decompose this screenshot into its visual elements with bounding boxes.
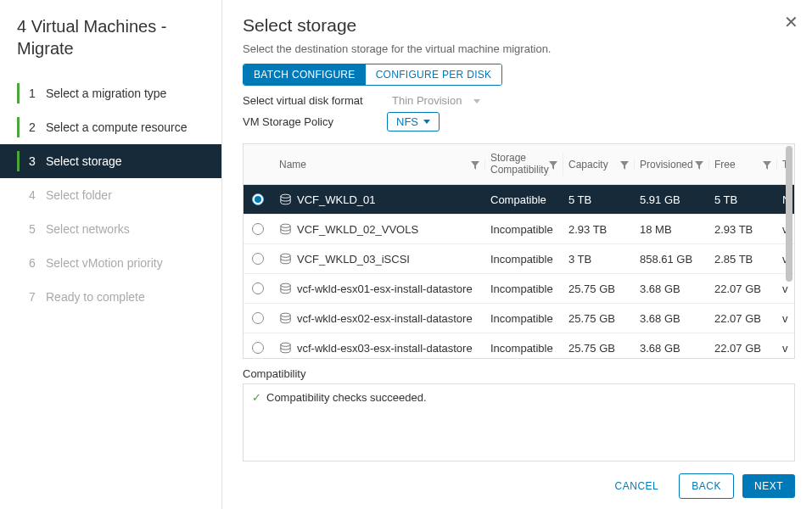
wizard-step-5: 5Select networks xyxy=(0,212,221,246)
cell-capacity: 25.75 GB xyxy=(568,282,615,295)
radio-button[interactable] xyxy=(252,193,264,205)
step-label: Select a compute resource xyxy=(46,120,188,134)
datastore-icon xyxy=(279,342,292,354)
datastore-icon xyxy=(279,253,292,265)
filter-icon[interactable] xyxy=(763,160,771,169)
cell-free: 2.93 TB xyxy=(714,223,753,236)
filter-icon[interactable] xyxy=(620,160,629,169)
vertical-scrollbar[interactable] xyxy=(786,146,792,282)
cell-free: 22.07 GB xyxy=(714,282,761,295)
tab-batch-configure[interactable]: BATCH CONFIGURE xyxy=(244,64,366,85)
storage-policy-label: VM Storage Policy xyxy=(243,115,387,128)
cell-free: 5 TB xyxy=(714,193,737,206)
datastore-name: vcf-wkld-esx03-esx-install-datastore xyxy=(297,342,473,355)
radio-button[interactable] xyxy=(252,342,264,354)
wizard-step-3[interactable]: 3Select storage xyxy=(0,144,221,178)
chevron-down-icon xyxy=(423,120,430,124)
step-label: Select storage xyxy=(46,154,122,168)
svg-point-1 xyxy=(281,224,290,227)
wizard-step-6: 6Select vMotion priority xyxy=(0,246,221,280)
radio-button[interactable] xyxy=(252,253,264,265)
table-row[interactable]: VCF_WKLD_02_VVOLSIncompatible2.93 TB18 M… xyxy=(244,215,794,244)
cell-compatibility: Incompatible xyxy=(490,223,553,236)
datastore-table: Name Storage Compatibility Capacity Prov… xyxy=(243,143,795,359)
cell-compatibility: Incompatible xyxy=(490,282,553,295)
header-capacity[interactable]: Capacity xyxy=(568,159,608,171)
page-title: Select storage xyxy=(243,15,795,36)
next-button[interactable]: NEXT xyxy=(742,474,795,498)
cell-provisioned: 18 MB xyxy=(640,223,672,236)
compatibility-message: Compatibility checks succeeded. xyxy=(266,391,427,404)
header-compatibility[interactable]: Storage Compatibility xyxy=(490,153,549,175)
disk-format-label: Select virtual disk format xyxy=(243,94,387,107)
svg-point-2 xyxy=(281,254,290,257)
cell-compatibility: Incompatible xyxy=(490,253,553,266)
radio-button[interactable] xyxy=(252,282,264,294)
cell-capacity: 2.93 TB xyxy=(568,223,607,236)
table-body: VCF_WKLD_01Compatible5 TB5.91 GB5 TBNVCF… xyxy=(244,185,794,359)
table-row[interactable]: VCF_WKLD_03_iSCSIIncompatible3 TB858.61 … xyxy=(244,244,794,274)
cell-capacity: 3 TB xyxy=(568,253,591,266)
cell-provisioned: 3.68 GB xyxy=(640,342,680,355)
step-number: 7 xyxy=(29,290,37,304)
cancel-button[interactable]: CANCEL xyxy=(603,474,671,498)
config-tabs: BATCH CONFIGURE CONFIGURE PER DISK xyxy=(243,64,795,86)
table-row[interactable]: VCF_WKLD_01Compatible5 TB5.91 GB5 TBN xyxy=(244,185,794,215)
cell-provisioned: 5.91 GB xyxy=(640,193,680,206)
wizard-steps: 1Select a migration type2Select a comput… xyxy=(0,71,221,314)
filter-icon[interactable] xyxy=(471,160,479,169)
step-label: Ready to complete xyxy=(46,290,145,304)
filter-icon[interactable] xyxy=(695,160,703,169)
table-header: Name Storage Compatibility Capacity Prov… xyxy=(244,144,794,185)
wizard-title: 4 Virtual Machines - Migrate xyxy=(0,15,221,71)
cell-free: 2.85 TB xyxy=(714,253,753,266)
header-provisioned[interactable]: Provisioned xyxy=(640,159,693,171)
step-label: Select vMotion priority xyxy=(46,256,163,270)
header-name[interactable]: Name xyxy=(279,159,306,171)
step-label: Select folder xyxy=(46,188,112,202)
page-description: Select the destination storage for the v… xyxy=(243,42,795,55)
chevron-down-icon xyxy=(473,99,480,103)
datastore-name: vcf-wkld-esx01-esx-install-datastore xyxy=(297,282,473,295)
wizard-sidebar: 4 Virtual Machines - Migrate 1Select a m… xyxy=(0,0,222,509)
wizard-step-2[interactable]: 2Select a compute resource xyxy=(0,110,221,144)
header-free[interactable]: Free xyxy=(714,159,736,171)
table-row[interactable]: vcf-wkld-esx02-esx-install-datastoreInco… xyxy=(244,304,794,333)
step-number: 4 xyxy=(29,188,37,202)
datastore-name: VCF_WKLD_02_VVOLS xyxy=(297,223,418,236)
step-number: 2 xyxy=(29,120,37,134)
step-number: 1 xyxy=(29,87,37,100)
step-label: Select networks xyxy=(46,222,130,236)
table-row[interactable]: vcf-wkld-esx01-esx-install-datastoreInco… xyxy=(244,274,794,304)
table-row[interactable]: vcf-wkld-esx03-esx-install-datastoreInco… xyxy=(244,333,794,359)
step-number: 5 xyxy=(29,222,37,236)
storage-policy-select[interactable]: NFS xyxy=(387,112,440,131)
cell-provisioned: 3.68 GB xyxy=(640,282,680,295)
cell-compatibility: Incompatible xyxy=(490,342,553,355)
check-icon: ✓ xyxy=(252,391,261,404)
wizard-step-7: 7Ready to complete xyxy=(0,280,221,314)
cell-provisioned: 858.61 GB xyxy=(640,253,692,266)
back-button[interactable]: BACK xyxy=(679,473,734,499)
datastore-name: VCF_WKLD_03_iSCSI xyxy=(297,253,410,266)
svg-point-4 xyxy=(281,313,290,316)
wizard-step-1[interactable]: 1Select a migration type xyxy=(0,76,221,110)
tab-configure-per-disk[interactable]: CONFIGURE PER DISK xyxy=(366,64,502,85)
cell-provisioned: 3.68 GB xyxy=(640,312,680,325)
step-label: Select a migration type xyxy=(46,87,166,100)
svg-point-0 xyxy=(281,194,290,198)
main-panel: ✕ Select storage Select the destination … xyxy=(222,0,812,509)
cell-capacity: 5 TB xyxy=(568,193,591,206)
radio-button[interactable] xyxy=(252,223,264,235)
cell-truncated: v xyxy=(782,282,788,295)
radio-button[interactable] xyxy=(252,312,264,324)
wizard-step-4: 4Select folder xyxy=(0,178,221,212)
close-icon[interactable]: ✕ xyxy=(784,12,798,32)
datastore-icon xyxy=(279,282,292,294)
filter-icon[interactable] xyxy=(549,160,557,169)
datastore-icon xyxy=(279,223,292,235)
cell-free: 22.07 GB xyxy=(714,342,761,355)
compatibility-box: ✓Compatibility checks succeeded. xyxy=(243,383,795,461)
cell-compatibility: Incompatible xyxy=(490,312,553,325)
disk-format-select[interactable]: Thin Provision xyxy=(387,94,480,107)
